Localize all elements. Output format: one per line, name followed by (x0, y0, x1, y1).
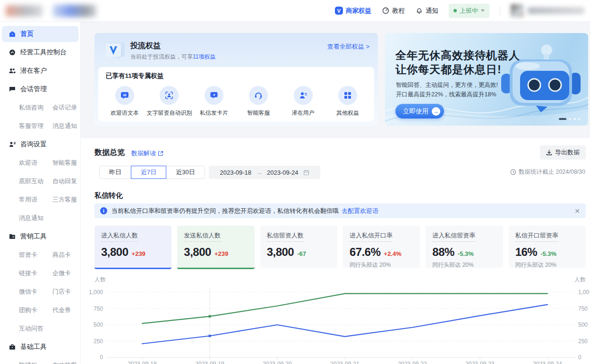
stat-benchmark: 同行头部达 20% (432, 261, 496, 269)
arrow-right-icon: → (432, 107, 440, 116)
sidebar-item[interactable]: 客服管理 (19, 117, 49, 135)
svg-text:2023-09-22: 2023-09-22 (398, 361, 427, 364)
sidebar-item-console[interactable]: 经营工具控制台 (0, 43, 80, 61)
date-range-picker[interactable]: 2023-09-18 → 2023-09-24 (209, 166, 320, 179)
stat-card-retained[interactable]: 私信留资人数 3,800-67 (260, 226, 337, 268)
notifications-label: 通知 (426, 7, 438, 15)
benefits-count-link[interactable]: 11项权益 (193, 53, 215, 60)
conversion-line-chart[interactable]: 人数人数002502505005007507501,0001,0002023-0… (89, 274, 590, 364)
range-30days-button[interactable]: 近30日 (166, 166, 205, 179)
sidebar-item[interactable]: 有效获客 (52, 356, 80, 364)
carousel-dot-active[interactable] (559, 118, 566, 120)
sidebar-item[interactable]: 底部互动 (19, 172, 49, 190)
benefit-label: 潜在用户 (292, 109, 315, 117)
svg-text:0: 0 (100, 354, 103, 361)
sidebar-item[interactable]: 自动回复 (52, 172, 80, 190)
benefits-subtitle-text: 当前处于投流权益，可享 (130, 53, 193, 60)
configure-welcome-link[interactable]: 去配置欢迎语 (342, 207, 378, 215)
date-start-value: 2023-09-18 (220, 169, 252, 176)
robot-promo-banner[interactable]: 全年无休高效接待机器人 让你每天都是休息日! 智能回答、主动提问，更方便，更高效… (385, 33, 588, 126)
range-yesterday-button[interactable]: 昨日 (99, 166, 131, 179)
stat-card-open-retain-rate[interactable]: 私信开口留资率 16%-5.3% 同行头部达 20% (509, 226, 586, 268)
benefit-auto-recognition[interactable]: 文字留资自动识别 (147, 84, 191, 120)
sidebar-item[interactable]: 微信卡 (19, 282, 49, 301)
headset-icon (249, 86, 268, 105)
stat-value: 67.6% (350, 245, 381, 259)
user-account[interactable] (511, 4, 584, 17)
close-icon[interactable]: ✕ (574, 207, 580, 215)
tutorial-icon (382, 7, 389, 15)
v-logo-icon (104, 39, 127, 61)
sidebar-item[interactable]: 团购卡 (19, 301, 49, 319)
carousel-dot[interactable] (569, 118, 571, 120)
benefit-smart-service[interactable]: 智能客服 (237, 84, 280, 120)
sidebar-item[interactable]: 私信咨询 (19, 98, 49, 117)
sidebar-item-home[interactable]: 首页 (2, 26, 78, 42)
svg-text:人数: 人数 (574, 276, 586, 283)
sidebar-group-session[interactable]: 会话管理 (0, 80, 80, 98)
stat-card-send-pm[interactable]: 发送私信人数 3,800+239 (177, 226, 254, 269)
carousel-dots[interactable] (559, 118, 581, 120)
stat-card-enter-pm[interactable]: 进入私信人数 3,800+239 (94, 226, 171, 269)
range-7days-button[interactable]: 近7日 (131, 166, 166, 179)
scan-recognition-icon (160, 86, 179, 105)
use-now-label: 立即使用 (403, 107, 428, 116)
data-overview-title: 数据总览 (94, 148, 125, 158)
sidebar-item[interactable]: 三方客服 (52, 190, 80, 209)
sidebar-item[interactable]: 防骚扰 (19, 356, 49, 364)
stat-card-open-rate[interactable]: 进入私信开口率 67.6%+2.4% 同行头部达 20% (343, 226, 420, 268)
tutorial-link[interactable]: 教程 (382, 7, 405, 15)
sidebar-item[interactable]: 会话记录 (52, 98, 80, 117)
sidebar-item[interactable]: 消息通知 (52, 117, 80, 135)
external-link-icon (158, 151, 163, 156)
sidebar-item[interactable]: 欢迎语 (19, 153, 49, 172)
sidebar-group-basic[interactable]: 基础工具 (0, 338, 80, 356)
benefit-potential-user[interactable]: 潜在用户 (282, 84, 325, 120)
stat-label: 进入私信留资率 (432, 231, 475, 242)
sidebar-item-leads[interactable]: 潜在客户 (0, 61, 80, 80)
stat-label: 发送私信人数 (184, 231, 221, 242)
sidebar-item[interactable]: 代金券 (52, 301, 80, 319)
use-now-button[interactable]: 立即使用 → (395, 104, 444, 119)
benefit-label: 文字留资自动识别 (146, 109, 192, 117)
benefit-label: 其他权益 (336, 109, 359, 117)
benefit-label: 智能客服 (247, 109, 270, 117)
sidebar-item[interactable]: 留资卡 (19, 245, 49, 264)
owned-benefits-panel: 已享有11项专属权益 HI 欢迎语文本 文字留资自动识别 私信发卡片 (98, 67, 374, 122)
export-data-label: 导出数据 (555, 148, 580, 157)
sidebar-item[interactable]: 消息通知 (19, 209, 49, 227)
svg-text:2023-09-23: 2023-09-23 (465, 361, 495, 364)
benefit-card-send[interactable]: 私信发卡片 (192, 84, 236, 120)
carousel-dot[interactable] (573, 118, 576, 120)
benefit-other[interactable]: 其他权益 (326, 84, 369, 120)
benefit-welcome-text[interactable]: HI 欢迎语文本 (103, 84, 146, 120)
stat-cards-row: 进入私信人数 3,800+239 发送私信人数 3,800+239 私信留资人数… (94, 226, 586, 269)
card-send-icon (205, 86, 223, 105)
sidebar-item[interactable]: 门店卡 (52, 282, 80, 301)
sidebar-item[interactable]: 智能客服 (52, 153, 80, 172)
work-status-label: 上班中 (460, 7, 478, 15)
carousel-dot[interactable] (578, 118, 581, 120)
welcome-message-notice-banner: i 当前私信开口率和留资率仍有提升空间，推荐您开启欢迎语，私信转化有机会翻倍哦 … (94, 203, 586, 218)
banner-description: 智能回答、主动提问，更方便，更高效! 开口最高提升22%，线索最高提升18% (396, 80, 498, 99)
work-status-dropdown[interactable]: 上班中 (449, 4, 489, 18)
export-data-button[interactable]: 导出数据 (540, 145, 586, 160)
sidebar-item[interactable]: 商品卡 (52, 245, 80, 264)
merchant-rights-link[interactable]: V 商家权益 (335, 7, 371, 15)
console-icon (9, 49, 16, 56)
sidebar-item[interactable]: 企微卡 (52, 264, 80, 282)
view-all-benefits-link[interactable]: 查看全部权益 > (327, 42, 369, 51)
notifications-link[interactable]: 通知 (415, 7, 438, 15)
stat-value: 3,800 (101, 245, 128, 259)
sidebar-item[interactable]: 互动问答 (19, 319, 49, 338)
sidebar-item[interactable]: 常用语 (19, 190, 49, 209)
promotion-benefits-card: 投流权益 当前处于投流权益，可享11项权益 查看全部权益 > 已享有11项专属权… (94, 33, 378, 126)
sidebar-group-marketing[interactable]: 营销工具 (0, 227, 80, 245)
stat-card-retain-rate[interactable]: 进入私信留资率 88%-5.3% 同行头部达 20% (426, 226, 503, 268)
date-arrow-icon: → (256, 169, 262, 176)
download-icon (546, 150, 552, 156)
data-interpret-link[interactable]: 数据解读 (131, 149, 163, 158)
sidebar-item[interactable]: 链接卡 (19, 264, 49, 282)
sidebar-item-label: 潜在客户 (20, 67, 47, 75)
sidebar-group-consult[interactable]: 咨询设置 (0, 135, 80, 153)
